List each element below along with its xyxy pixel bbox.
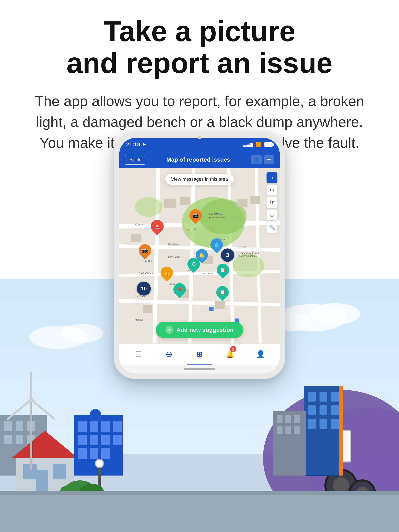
phone-home-bar xyxy=(119,365,280,374)
tooltip-text: View messages in this area xyxy=(171,177,228,182)
info-button[interactable]: ℹ xyxy=(266,172,277,183)
svg-rect-63 xyxy=(113,435,122,445)
status-time: 21:18 ➤ xyxy=(126,141,146,148)
svg-rect-29 xyxy=(331,419,339,429)
map-sidebar: ℹ ⚙ 🗺 ⊕ 🔍 xyxy=(266,172,277,233)
svg-rect-60 xyxy=(78,435,87,445)
pin-camera-2[interactable]: 📷 xyxy=(139,244,151,257)
location-button[interactable]: ⊕ xyxy=(266,209,277,221)
svg-rect-32 xyxy=(277,415,283,423)
svg-text:Křenová: Křenová xyxy=(135,222,145,226)
pin-clipboard[interactable]: 📋 xyxy=(216,286,229,298)
filter-button[interactable]: ⚙ xyxy=(266,185,277,196)
svg-rect-43 xyxy=(16,435,23,444)
pin-list[interactable]: 📋 xyxy=(217,264,229,276)
nav-title: Map of reported issues xyxy=(149,156,247,163)
pin-alert[interactable]: 🚨 xyxy=(151,220,164,233)
layers-button[interactable]: 🗺 xyxy=(266,197,277,208)
map-tooltip[interactable]: View messages in this area xyxy=(165,174,234,185)
pin-sign[interactable]: 📌 xyxy=(174,283,186,296)
svg-rect-21 xyxy=(308,392,316,402)
pin-bell[interactable]: 🔔 xyxy=(196,249,208,261)
svg-text:Koupaliste Kravi h: Koupaliste Kravi h xyxy=(241,252,259,254)
tab-add[interactable]: ⊕ xyxy=(154,344,184,365)
svg-rect-23 xyxy=(331,392,339,402)
svg-text:(Sportovní a rekre...: (Sportovní a rekre... xyxy=(237,255,257,257)
svg-text:Útočiště: Útočiště xyxy=(237,246,247,249)
phone-screen: 21:18 ➤ ▂▄▆ 📶 Back Map of reported issue… xyxy=(119,138,280,374)
time-display: 21:18 xyxy=(126,141,140,148)
status-icons: ▂▄▆ 📶 xyxy=(243,142,273,147)
pin-camera-1[interactable]: 📷 xyxy=(189,209,202,222)
page-title: Take a picture and report an issue xyxy=(19,16,380,79)
location-arrow-icon: ➤ xyxy=(142,142,146,147)
home-pill xyxy=(184,368,215,370)
svg-rect-65 xyxy=(90,448,98,459)
svg-rect-64 xyxy=(78,448,87,459)
signal-icon: ▂▄▆ xyxy=(243,142,253,147)
tab-list[interactable]: ☰ xyxy=(123,344,154,365)
add-icon: + xyxy=(165,326,173,334)
svg-text:Sedláčkova: Sedláčkova xyxy=(139,272,153,275)
list-icon[interactable]: ☰ xyxy=(264,155,274,164)
svg-point-71 xyxy=(97,461,102,466)
map-container[interactable]: Křenová Rudišova Lerchova Sedláčkova Úto… xyxy=(119,168,280,343)
svg-rect-76 xyxy=(0,491,399,495)
svg-rect-61 xyxy=(90,435,98,445)
svg-rect-30 xyxy=(339,386,343,475)
svg-rect-36 xyxy=(285,426,291,434)
svg-point-10 xyxy=(333,477,349,494)
notification-badge: 2 xyxy=(230,346,236,352)
svg-text:Trtínova: Trtínova xyxy=(135,318,143,321)
svg-rect-33 xyxy=(285,415,291,423)
add-suggestion-label: Add new suggestion xyxy=(176,327,233,333)
svg-rect-111 xyxy=(131,234,141,242)
battery-icon xyxy=(264,142,273,147)
grid-tab-icon: ⊞ xyxy=(197,350,202,358)
svg-rect-24 xyxy=(308,405,316,415)
add-tab-icon: ⊕ xyxy=(166,349,172,359)
wifi-icon: 📶 xyxy=(256,142,261,147)
tab-notifications[interactable]: 🔔 2 xyxy=(215,344,245,365)
svg-rect-28 xyxy=(320,419,327,429)
pin-cluster-10[interactable]: 10 xyxy=(137,282,151,296)
svg-point-68 xyxy=(92,411,99,418)
svg-point-88 xyxy=(135,197,162,217)
add-suggestion-button[interactable]: + Add new suggestion xyxy=(156,322,243,338)
svg-text:Lerchova: Lerchova xyxy=(201,272,213,275)
svg-rect-119 xyxy=(209,307,213,311)
svg-rect-39 xyxy=(4,421,12,431)
svg-text:Rudišova: Rudišova xyxy=(168,243,180,246)
profile-icon[interactable]: 👤 xyxy=(251,155,262,164)
svg-rect-27 xyxy=(308,419,316,429)
svg-rect-75 xyxy=(0,491,399,532)
svg-rect-48 xyxy=(53,464,66,479)
tab-grid[interactable]: ⊞ xyxy=(184,344,215,365)
svg-text:nám. Míru: nám. Míru xyxy=(168,255,180,258)
pin-thumbsup[interactable]: 👍 xyxy=(161,266,173,279)
nav-action-icons: 👤 ☰ xyxy=(251,155,274,164)
phone-outer-frame: 21:18 ➤ ▂▄▆ 📶 Back Map of reported issue… xyxy=(114,133,285,379)
list-tab-icon: ☰ xyxy=(135,350,142,358)
svg-rect-59 xyxy=(113,421,122,432)
tab-profile[interactable]: 👤 xyxy=(245,344,276,365)
back-button[interactable]: Back xyxy=(125,155,145,165)
svg-rect-40 xyxy=(16,421,23,431)
svg-rect-109 xyxy=(237,199,247,207)
svg-text:planetárium Brno: planetárium Brno xyxy=(209,216,227,219)
svg-rect-35 xyxy=(277,426,283,434)
svg-rect-107 xyxy=(164,199,176,208)
svg-rect-114 xyxy=(143,305,152,313)
svg-text:Hávlíčko: Hávlíčko xyxy=(143,260,152,262)
svg-rect-56 xyxy=(78,421,87,432)
app-nav-bar: Back Map of reported issues 👤 ☰ xyxy=(119,151,280,168)
pin-cluster-3[interactable]: 3 xyxy=(221,248,234,262)
svg-rect-58 xyxy=(101,421,110,432)
svg-rect-62 xyxy=(101,435,110,445)
svg-rect-108 xyxy=(180,197,190,205)
svg-text:Kravi hora: Kravi hora xyxy=(186,228,197,231)
svg-rect-25 xyxy=(320,405,327,415)
svg-point-5 xyxy=(60,324,103,343)
svg-rect-66 xyxy=(101,448,110,459)
search-map-button[interactable]: 🔍 xyxy=(266,222,277,233)
